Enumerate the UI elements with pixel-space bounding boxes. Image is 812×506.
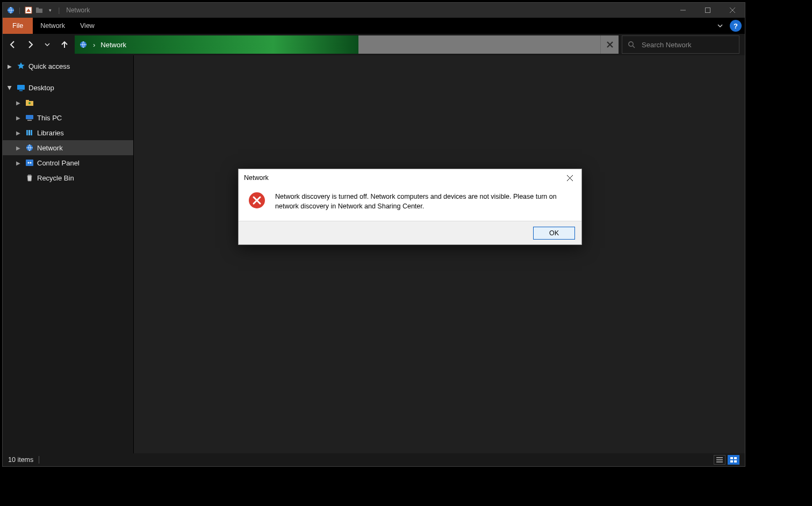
divider <box>39 456 39 464</box>
help-button[interactable]: ? <box>730 20 742 32</box>
svg-rect-15 <box>28 130 30 135</box>
new-folder-icon[interactable] <box>34 5 44 15</box>
up-button[interactable] <box>58 38 71 52</box>
tree-label: Network <box>37 144 63 152</box>
tree-label: Recycle Bin <box>37 174 74 182</box>
pc-icon <box>25 113 34 122</box>
svg-rect-10 <box>26 100 29 102</box>
breadcrumb-network[interactable]: Network <box>100 41 126 49</box>
tree-quick-access[interactable]: ▶ Quick access <box>3 59 133 74</box>
tree-desktop[interactable]: ▶ Desktop <box>3 80 133 95</box>
svg-rect-18 <box>26 160 33 166</box>
tree-user-folder[interactable]: ▶ <box>3 95 133 110</box>
svg-rect-25 <box>734 460 737 462</box>
error-icon <box>248 192 265 211</box>
recycle-bin-icon <box>25 174 34 182</box>
tree-this-pc[interactable]: ▶ This PC <box>3 110 133 125</box>
svg-point-6 <box>629 42 633 46</box>
chevron-down-icon[interactable]: ▶ <box>7 84 13 91</box>
recent-locations-chevron-icon[interactable] <box>40 38 54 52</box>
svg-point-19 <box>27 162 29 163</box>
tab-network[interactable]: Network <box>33 18 73 34</box>
window-buttons <box>671 3 745 18</box>
tree-libraries[interactable]: ▶ Libraries <box>3 125 133 140</box>
view-large-icons-button[interactable] <box>728 455 739 465</box>
ribbon: File Network View ? <box>3 18 745 34</box>
svg-rect-3 <box>36 8 39 9</box>
refresh-button[interactable] <box>600 35 619 54</box>
status-bar: 10 items <box>3 453 745 466</box>
dialog-titlebar: Network <box>239 169 581 186</box>
dialog-body: Network discovery is turned off. Network… <box>239 186 581 221</box>
user-folder-icon <box>25 98 34 107</box>
tree-label: Control Panel <box>37 159 80 167</box>
close-button[interactable] <box>720 3 745 18</box>
desktop-icon <box>17 83 25 92</box>
svg-rect-2 <box>36 9 42 13</box>
forward-button[interactable] <box>23 38 37 52</box>
svg-rect-22 <box>730 457 733 459</box>
tree-control-panel[interactable]: ▶ Control Panel <box>3 155 133 170</box>
svg-point-20 <box>30 162 31 163</box>
network-globe-icon <box>25 143 34 152</box>
tree-network[interactable]: ▶ Network <box>3 140 133 155</box>
ribbon-collapse-chevron-icon[interactable] <box>713 18 728 34</box>
separator: | <box>19 6 20 14</box>
svg-rect-14 <box>26 130 28 135</box>
separator: | <box>58 6 60 14</box>
svg-rect-23 <box>734 457 737 459</box>
search-box[interactable]: Search Network <box>622 35 739 54</box>
svg-rect-4 <box>706 8 710 13</box>
chevron-right-icon[interactable]: ▶ <box>15 145 22 151</box>
chevron-right-icon[interactable]: ▶ <box>15 100 22 106</box>
explorer-window: | ▾ | Network File Network View <box>2 2 745 467</box>
chevron-right-icon[interactable]: ▶ <box>6 63 13 69</box>
body: ▶ Quick access ▶ Desktop ▶ <box>3 55 745 453</box>
tree-label: Quick access <box>28 62 70 70</box>
address-segment-active[interactable]: › Network <box>75 35 358 54</box>
svg-rect-8 <box>19 90 23 91</box>
svg-rect-13 <box>27 120 32 121</box>
tree-label: Libraries <box>37 129 64 137</box>
address-segment-empty[interactable] <box>358 35 600 54</box>
properties-icon[interactable] <box>24 5 33 15</box>
chevron-right-icon[interactable]: ▶ <box>15 160 22 166</box>
breadcrumb-chevron-icon[interactable]: › <box>93 41 95 49</box>
address-bar[interactable]: › Network <box>75 35 619 54</box>
svg-rect-7 <box>17 85 25 90</box>
qat-chevron-down-icon[interactable]: ▾ <box>45 5 55 15</box>
star-icon <box>17 62 25 70</box>
tree-recycle-bin[interactable]: ▶ Recycle Bin <box>3 170 133 185</box>
chevron-right-icon[interactable]: ▶ <box>15 115 22 121</box>
titlebar: | ▾ | Network <box>3 3 745 18</box>
network-globe-icon <box>6 5 16 15</box>
search-icon <box>628 41 635 48</box>
svg-rect-12 <box>26 115 33 119</box>
tree-label: This PC <box>37 114 62 122</box>
maximize-button[interactable] <box>695 3 720 18</box>
back-button[interactable] <box>6 38 20 52</box>
control-panel-icon <box>25 158 34 167</box>
dialog-close-button[interactable] <box>558 169 581 186</box>
navigation-row: › Network Search Network <box>3 34 745 55</box>
navigation-pane: ▶ Quick access ▶ Desktop ▶ <box>3 55 134 453</box>
dialog-title: Network <box>244 174 269 182</box>
dialog-footer: OK <box>239 221 581 244</box>
tab-view[interactable]: View <box>73 18 102 34</box>
error-dialog: Network Network discovery is turned off.… <box>238 169 582 245</box>
tree-label: Desktop <box>28 84 54 92</box>
status-item-count: 10 items <box>8 456 33 464</box>
view-details-button[interactable] <box>714 455 725 465</box>
minimize-button[interactable] <box>671 3 695 18</box>
libraries-icon <box>25 128 34 137</box>
tab-file[interactable]: File <box>3 18 33 34</box>
chevron-right-icon[interactable]: ▶ <box>15 130 22 136</box>
content-pane[interactable] <box>134 55 745 453</box>
dialog-message: Network discovery is turned off. Network… <box>275 192 565 211</box>
svg-point-11 <box>28 102 31 104</box>
quick-access-toolbar: | ▾ | <box>3 5 62 15</box>
window-title: Network <box>66 6 90 14</box>
network-globe-icon <box>79 40 88 49</box>
ok-button[interactable]: OK <box>533 227 575 240</box>
svg-rect-21 <box>28 175 31 176</box>
